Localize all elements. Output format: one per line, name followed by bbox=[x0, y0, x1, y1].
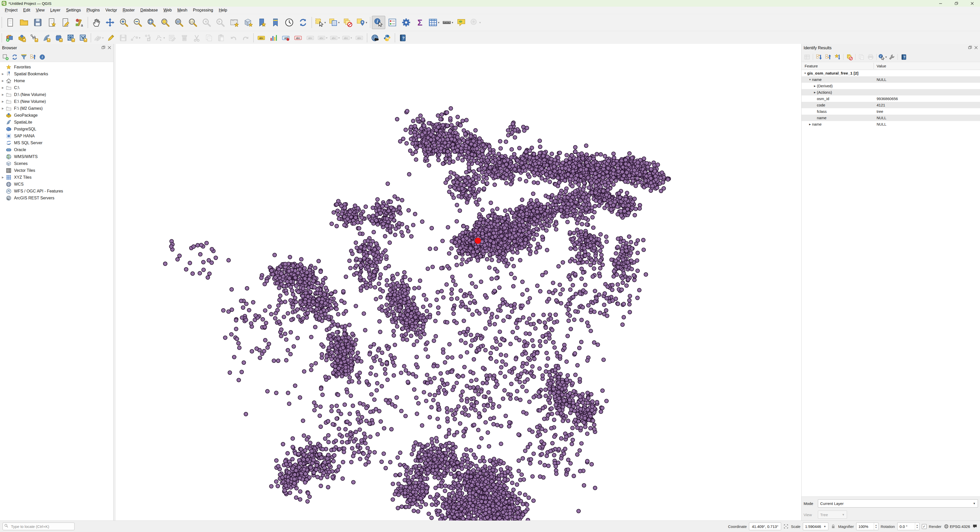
browser-item-e-new-volume[interactable]: ▶E:\ (New Volume) bbox=[0, 98, 113, 105]
select-by-location-button[interactable]: ▾ bbox=[355, 16, 368, 29]
clear-results-button[interactable] bbox=[845, 53, 854, 61]
open-attribute-table-button[interactable]: ▾ bbox=[427, 16, 440, 29]
magnifier-spinner[interactable]: 100% ▲▼ bbox=[856, 522, 878, 530]
toolbar-handle[interactable] bbox=[369, 17, 371, 28]
identify-row[interactable]: ▼nameNULL bbox=[802, 76, 980, 83]
identify-row[interactable]: ▼gis_osm_natural_free_1 [2] bbox=[802, 70, 980, 76]
browser-item-wms-wmts[interactable]: WMS/WMTS bbox=[0, 153, 113, 160]
identify-settings-button[interactable] bbox=[887, 53, 896, 61]
filter-browser-button[interactable] bbox=[19, 53, 28, 61]
python-console-button[interactable] bbox=[381, 32, 393, 43]
show-statistical-summary-button[interactable]: Σ bbox=[413, 16, 426, 29]
browser-item-xyz-tiles[interactable]: ▶XYZ Tiles bbox=[0, 174, 113, 181]
browser-item-favorites[interactable]: Favorites bbox=[0, 64, 113, 70]
browser-item-spatialite[interactable]: SpatiaLite bbox=[0, 119, 113, 126]
expand-arrow-icon[interactable]: ▶ bbox=[813, 85, 817, 87]
rotation-spinner[interactable]: 0.0 ° ▲▼ bbox=[897, 522, 920, 530]
identify-help-button[interactable]: ? bbox=[899, 53, 908, 61]
collapse-arrow-icon[interactable]: ▼ bbox=[803, 72, 807, 75]
toolbar-handle[interactable] bbox=[86, 17, 89, 28]
zoom-to-layer-button[interactable] bbox=[172, 16, 186, 29]
menu-help[interactable]: Help bbox=[216, 6, 230, 14]
chevron-down-icon[interactable]: ▾ bbox=[338, 21, 340, 24]
expand-tree-button[interactable] bbox=[815, 53, 823, 61]
layer-diagram-button[interactable] bbox=[267, 32, 279, 43]
minimize-button[interactable] bbox=[932, 0, 948, 6]
properties-widget-button[interactable]: i bbox=[38, 53, 46, 61]
expand-arrow-icon[interactable]: ▶ bbox=[813, 91, 817, 94]
coordinate-input[interactable]: 41.409°, 0.713° bbox=[749, 522, 781, 530]
toolbar-handle[interactable] bbox=[366, 33, 368, 42]
style-manager-button[interactable]: a bbox=[73, 16, 86, 29]
expand-arrow-icon[interactable]: ▶ bbox=[0, 100, 6, 103]
menu-edit[interactable]: Edit bbox=[21, 6, 33, 14]
browser-item-vector-tiles[interactable]: Vector Tiles bbox=[0, 167, 113, 174]
menu-vector[interactable]: Vector bbox=[103, 6, 120, 14]
menu-plugins[interactable]: Plugins bbox=[84, 6, 103, 14]
browser-item-postgresql[interactable]: PostgreSQL bbox=[0, 126, 113, 132]
locator-input[interactable]: Type to locate (Ctrl+K) bbox=[3, 522, 75, 530]
add-virtual-layer-button[interactable]: * bbox=[77, 32, 89, 43]
measure-button[interactable]: ▾ bbox=[441, 16, 454, 29]
identify-mode-button[interactable]: i▾ bbox=[878, 53, 887, 61]
open-project-button[interactable] bbox=[18, 16, 31, 29]
zoom-in-button[interactable] bbox=[117, 16, 130, 29]
run-feature-action-button[interactable] bbox=[386, 16, 399, 29]
toggle-extents-icon[interactable] bbox=[783, 524, 789, 529]
menu-database[interactable]: Database bbox=[138, 6, 161, 14]
lock-scale-icon[interactable] bbox=[830, 524, 836, 529]
identify-row[interactable]: fclasstree bbox=[802, 108, 980, 115]
menu-mesh[interactable]: Mesh bbox=[175, 6, 190, 14]
expand-arrow-icon[interactable]: ▶ bbox=[0, 176, 6, 179]
browser-item-arcgis-rest-servers[interactable]: ArcGIS REST Servers bbox=[0, 194, 113, 201]
add-selected-layers-button[interactable] bbox=[1, 53, 10, 61]
browser-item-f-m2-games[interactable]: ▶F:\ (M2 Games) bbox=[0, 105, 113, 112]
refresh-browser-button[interactable] bbox=[10, 53, 19, 61]
identify-row[interactable]: osm_id9936860656 bbox=[802, 96, 980, 102]
highlight-pinned-labels-button[interactable]: abc bbox=[292, 32, 304, 43]
add-mesh-layer-button[interactable]: * bbox=[65, 32, 76, 43]
browser-item-c[interactable]: ▶C:\ bbox=[0, 84, 113, 91]
menu-web[interactable]: Web bbox=[161, 6, 175, 14]
toolbar-handle[interactable] bbox=[90, 33, 92, 42]
toggle-editing-button[interactable] bbox=[105, 32, 117, 43]
chevron-down-icon[interactable]: ▾ bbox=[338, 36, 340, 40]
render-checkbox[interactable]: ✓ bbox=[922, 524, 927, 529]
scale-combo[interactable]: 1:590446▼ bbox=[803, 522, 828, 530]
identify-features-button[interactable]: i bbox=[372, 16, 385, 29]
zoom-full-button[interactable] bbox=[145, 16, 158, 29]
browser-item-wfs-ogc-api-features[interactable]: WFS / OGC API - Features bbox=[0, 188, 113, 194]
chevron-down-icon[interactable]: ▾ bbox=[366, 21, 368, 24]
toolbar-handle[interactable] bbox=[0, 17, 3, 28]
add-raster-layer-button[interactable]: * bbox=[52, 32, 64, 43]
show-layout-manager-button[interactable] bbox=[59, 16, 72, 29]
expand-new-results-button[interactable] bbox=[833, 53, 842, 61]
osm-place-search-button[interactable] bbox=[369, 32, 380, 43]
browser-item-wcs[interactable]: WCS bbox=[0, 181, 113, 188]
map-tips-button[interactable] bbox=[455, 16, 468, 29]
chevron-down-icon[interactable]: ▾ bbox=[102, 36, 103, 40]
expand-arrow-icon[interactable]: ▶ bbox=[0, 107, 6, 110]
new-3d-map-view-button[interactable] bbox=[241, 16, 255, 29]
pin-unpin-labels-button[interactable]: ab bbox=[280, 32, 291, 43]
chevron-down-icon[interactable]: ▾ bbox=[452, 21, 453, 24]
browser-item-oracle[interactable]: Oracle bbox=[0, 146, 113, 153]
collapse-tree-button[interactable] bbox=[824, 53, 832, 61]
restore-button[interactable] bbox=[948, 0, 964, 6]
new-spatial-bookmark-button[interactable] bbox=[255, 16, 268, 29]
identify-close-icon[interactable] bbox=[974, 46, 978, 51]
toolbar-handle[interactable] bbox=[252, 33, 255, 42]
map-canvas[interactable] bbox=[116, 44, 801, 521]
new-map-view-button[interactable] bbox=[228, 16, 241, 29]
identify-float-icon[interactable] bbox=[968, 46, 972, 51]
mode-combo[interactable]: Current Layer▼ bbox=[818, 499, 978, 508]
expand-arrow-icon[interactable]: ▶ bbox=[808, 123, 812, 126]
identify-row[interactable]: ▶(Actions) bbox=[802, 89, 980, 96]
browser-item-d-new-volume[interactable]: ▶D:\ (New Volume) bbox=[0, 91, 113, 98]
browser-item-home[interactable]: ▶Home bbox=[0, 77, 113, 84]
refresh-map-button[interactable] bbox=[296, 16, 310, 29]
browser-item-scenes[interactable]: Scenes bbox=[0, 160, 113, 167]
layer-labeling-button[interactable]: abc bbox=[255, 32, 267, 43]
chevron-down-icon[interactable]: ▾ bbox=[350, 36, 352, 40]
identify-row[interactable]: nameNULL bbox=[802, 115, 980, 121]
